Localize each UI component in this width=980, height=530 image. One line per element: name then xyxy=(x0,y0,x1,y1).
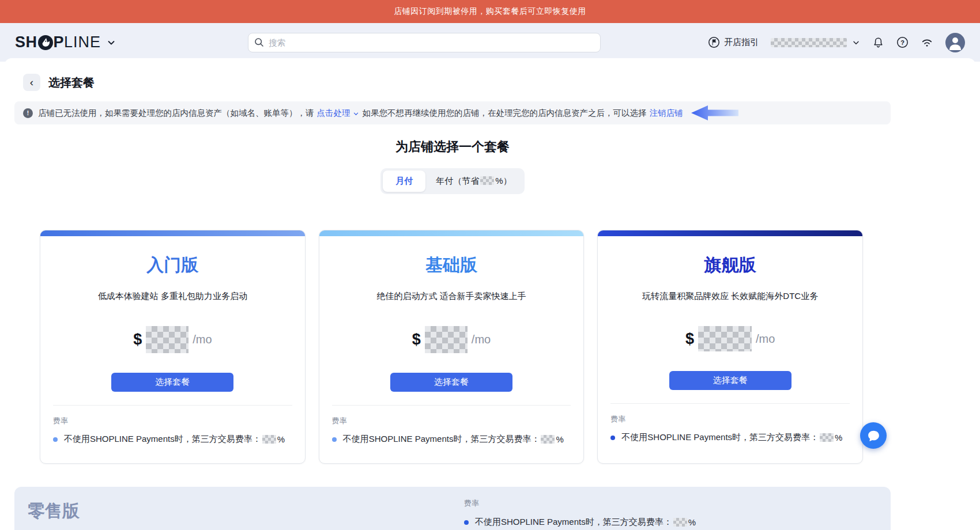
price-redacted xyxy=(146,326,189,353)
logo-text-line: LINE xyxy=(64,33,101,51)
header-left: SH P LINE xyxy=(15,33,248,51)
price-period: /mo xyxy=(193,333,212,346)
rate-suffix: % xyxy=(835,433,842,442)
billing-period-toggle: 月付 年付（节省%） xyxy=(380,168,524,194)
subscription-expired-banner: 店铺因订阅到期被停用，购买套餐后可立即恢复使用 xyxy=(0,0,980,23)
page-title-row: ‹ 选择套餐 xyxy=(5,59,975,91)
store-guide-label: 开店指引 xyxy=(724,37,759,48)
retail-plan-name: 零售版 xyxy=(28,499,80,523)
network-wifi-icon[interactable] xyxy=(921,37,933,48)
svg-text:?: ? xyxy=(900,39,904,46)
yearly-label-prefix: 年付（节省 xyxy=(436,176,479,186)
store-switch-chevron-icon[interactable] xyxy=(107,38,116,47)
bullet-dot xyxy=(464,520,469,525)
price-redacted xyxy=(698,326,752,351)
global-search[interactable] xyxy=(248,33,601,52)
rate-value-redacted xyxy=(820,433,834,442)
shopline-logo[interactable]: SH P LINE xyxy=(15,33,116,51)
rate-line: 不使用SHOPLINE Payments时，第三方交易费率： % xyxy=(464,517,696,528)
plan-price: $ /mo xyxy=(598,326,862,351)
bullet-dot xyxy=(610,436,615,440)
plan-tagline: 绝佳的启动方式 适合新手卖家快速上手 xyxy=(319,291,584,302)
rate-line: 不使用SHOPLINE Payments时，第三方交易费率： % xyxy=(53,434,292,445)
handle-assets-chevron-icon[interactable] xyxy=(353,111,359,117)
info-icon: ! xyxy=(23,108,33,118)
rate-label: 费率 xyxy=(464,498,696,509)
card-accent-strip xyxy=(40,230,305,236)
shopline-rabbit-icon xyxy=(38,35,53,50)
plan-cards-row: 入门版 低成本体验建站 多重礼包助力业务启动 $ /mo 选择套餐 费率 不使用… xyxy=(40,230,863,464)
chat-bubble-icon xyxy=(866,429,881,443)
rate-suffix: % xyxy=(277,434,285,444)
plan-card-starter: 入门版 低成本体验建站 多重礼包助力业务启动 $ /mo 选择套餐 费率 不使用… xyxy=(40,230,306,464)
plan-tagline: 低成本体验建站 多重礼包助力业务启动 xyxy=(40,291,305,302)
back-button[interactable]: ‹ xyxy=(23,74,40,91)
account-chevron-down-icon xyxy=(852,39,860,47)
plan-card-flagship: 旗舰版 玩转流量积聚品牌效应 长效赋能海外DTC业务 $ /mo 选择套餐 费率… xyxy=(597,230,863,464)
plan-tagline: 玩转流量积聚品牌效应 长效赋能海外DTC业务 xyxy=(598,291,862,302)
flag-circle-icon xyxy=(708,36,720,48)
rate-text: 不使用SHOPLINE Payments时，第三方交易费率： xyxy=(621,432,819,443)
yearly-tab[interactable]: 年付（节省%） xyxy=(425,171,522,192)
choose-plan-button[interactable]: 选择套餐 xyxy=(669,371,791,390)
choose-plan-button[interactable]: 选择套餐 xyxy=(111,373,233,392)
account-switcher[interactable] xyxy=(771,38,860,47)
rate-label: 费率 xyxy=(53,416,292,426)
plan-price: $ /mo xyxy=(40,326,305,353)
choose-plan-button[interactable]: 选择套餐 xyxy=(390,373,512,392)
price-redacted xyxy=(425,326,468,353)
bullet-dot xyxy=(53,437,58,442)
billing-toggle-wrap: 月付 年付（节省%） xyxy=(5,168,900,194)
monthly-tab[interactable]: 月付 xyxy=(383,171,425,192)
yearly-label-suffix: %） xyxy=(495,176,511,186)
plan-card-retail: 零售版 费率 不使用SHOPLINE Payments时，第三方交易费率： % xyxy=(14,487,891,530)
chat-support-button[interactable] xyxy=(860,422,887,449)
rate-text: 不使用SHOPLINE Payments时，第三方交易费率： xyxy=(475,517,672,528)
main-content: ‹ 选择套餐 ! 店铺已无法使用，如果需要处理您的店内信息资产（如域名、账单等）… xyxy=(5,58,975,530)
plans-heading: 为店铺选择一个套餐 xyxy=(5,138,900,156)
rate-label: 费率 xyxy=(332,416,571,426)
bullet-dot xyxy=(332,437,337,442)
rate-line: 不使用SHOPLINE Payments时，第三方交易费率： % xyxy=(610,432,850,443)
search-icon xyxy=(254,37,264,47)
currency-symbol: $ xyxy=(412,331,421,349)
divider xyxy=(610,403,850,404)
search-input[interactable] xyxy=(269,38,594,47)
plan-name: 旗舰版 xyxy=(598,253,862,277)
currency-symbol: $ xyxy=(133,331,142,349)
currency-symbol: $ xyxy=(685,330,694,348)
store-guide-button[interactable]: 开店指引 xyxy=(708,36,759,48)
yearly-discount-redacted xyxy=(480,176,494,185)
page-title: 选择套餐 xyxy=(48,75,95,90)
notifications-bell-icon[interactable] xyxy=(872,36,884,49)
rate-suffix: % xyxy=(556,434,563,444)
logo-text-p: P xyxy=(54,33,65,51)
deactivate-store-link[interactable]: 注销店铺 xyxy=(650,108,683,119)
rate-text: 不使用SHOPLINE Payments时，第三方交易费率： xyxy=(64,434,261,445)
plan-name: 入门版 xyxy=(40,253,305,277)
divider xyxy=(332,405,571,406)
alert-text-2: 如果您不想再继续使用您的店铺，在处理完您的店内信息资产之后，可以选择 xyxy=(363,108,647,119)
price-period: /mo xyxy=(756,332,775,346)
rate-value-redacted xyxy=(541,435,555,444)
rate-value-redacted xyxy=(262,435,276,444)
plan-card-basic: 基础版 绝佳的启动方式 适合新手卖家快速上手 $ /mo 选择套餐 费率 不使用… xyxy=(319,230,585,464)
rate-suffix: % xyxy=(688,517,696,527)
rate-value-redacted xyxy=(673,518,687,527)
plan-name: 基础版 xyxy=(319,253,584,277)
card-accent-strip xyxy=(319,230,584,236)
rate-line: 不使用SHOPLINE Payments时，第三方交易费率： % xyxy=(332,434,571,445)
rate-label: 费率 xyxy=(610,414,850,425)
header-right: 开店指引 ? xyxy=(708,33,965,52)
handle-assets-link[interactable]: 点击处理 xyxy=(317,108,350,119)
alert-text-1: 店铺已无法使用，如果需要处理您的店内信息资产（如域名、账单等），请 xyxy=(38,108,314,119)
banner-text: 店铺因订阅到期被停用，购买套餐后可立即恢复使用 xyxy=(394,6,586,17)
pointer-arrow-icon xyxy=(691,105,738,120)
plan-price: $ /mo xyxy=(319,326,584,353)
retail-rates: 费率 不使用SHOPLINE Payments时，第三方交易费率： % xyxy=(464,498,696,528)
help-question-icon[interactable]: ? xyxy=(896,36,909,48)
logo-text-sh: SH xyxy=(15,33,37,51)
price-period: /mo xyxy=(472,333,491,346)
user-avatar[interactable] xyxy=(945,33,965,52)
top-header: SH P LINE xyxy=(0,23,980,62)
